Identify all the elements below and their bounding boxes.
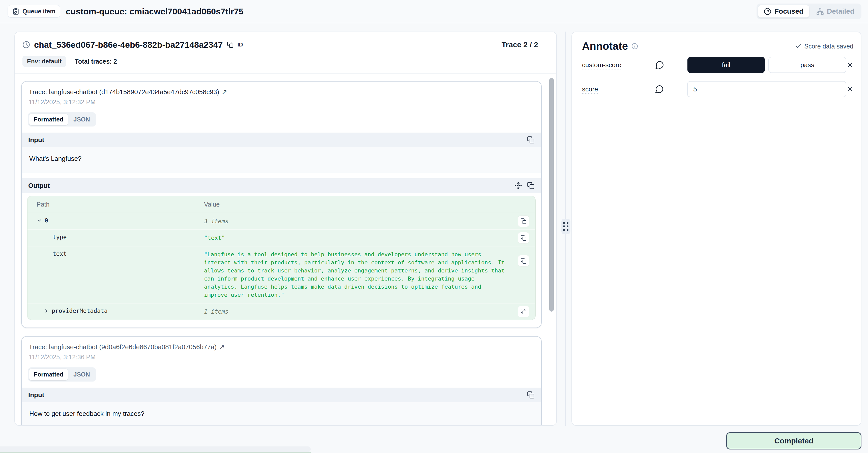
output-label: Output — [28, 182, 50, 190]
focused-view-button[interactable]: Focused — [758, 5, 809, 18]
column-header-path: Path — [28, 201, 204, 208]
tab-formatted[interactable]: Formatted — [29, 369, 68, 380]
traces-scroll-area[interactable]: Trace: langfuse-chatbot (d174b1589072e43… — [15, 75, 545, 425]
total-traces-label: Total traces: 2 — [75, 58, 117, 65]
gauge-icon — [764, 7, 771, 15]
path-key: text — [53, 251, 67, 257]
scrollbar-thumb[interactable] — [549, 78, 554, 312]
external-link-icon: ↗ — [219, 343, 225, 351]
top-bar: Queue item custom-queue: cmiacwel70041ad… — [0, 0, 868, 23]
value-string: "Langfuse is a tool designed to help bus… — [204, 251, 535, 299]
chevron-right-icon[interactable] — [43, 308, 49, 314]
copy-row-icon[interactable] — [518, 255, 529, 267]
save-status-label: Score data saved — [804, 43, 854, 50]
trace-1-timestamp: 11/12/2025, 3:12:32 PM — [22, 96, 541, 106]
score-label: score — [582, 85, 655, 93]
copy-row-icon[interactable] — [518, 306, 529, 317]
output-json-table: Path Value 0 3 items type "text" — [27, 196, 536, 320]
detailed-view-button[interactable]: Detailed — [811, 5, 860, 18]
check-icon — [795, 43, 802, 50]
chevron-down-icon[interactable] — [37, 218, 42, 223]
copy-output-icon[interactable] — [527, 182, 535, 189]
tab-json[interactable]: JSON — [69, 114, 94, 125]
input-text: How to get user feedback in my traces? — [22, 402, 541, 426]
format-tabs: Formatted JSON — [28, 367, 96, 381]
format-tabs: Formatted JSON — [28, 112, 96, 126]
trace-2-link[interactable]: Trace: langfuse-chatbot (9d0a6f2e6de8670… — [29, 343, 217, 351]
trace-card-2: Trace: langfuse-chatbot (9d0a6f2e6de8670… — [21, 336, 542, 426]
comment-bubble-icon[interactable] — [655, 85, 687, 94]
copy-input-icon[interactable] — [527, 136, 535, 144]
tree-hierarchy-icon — [816, 7, 824, 15]
focused-view-label: Focused — [774, 7, 803, 16]
score-row-custom-score: custom-score fail pass — [582, 56, 854, 74]
trace-1-link[interactable]: Trace: langfuse-chatbot (d174b1589072e43… — [29, 88, 219, 96]
pass-option-button[interactable]: pass — [768, 57, 846, 73]
input-text: What's Langfuse? — [22, 147, 541, 173]
annotate-title: Annotate — [582, 40, 628, 52]
input-label: Input — [28, 391, 44, 399]
input-section-header: Input — [22, 133, 541, 147]
delete-score-icon[interactable] — [846, 61, 854, 69]
value-items: 1 items — [204, 308, 535, 316]
value-items: 3 items — [204, 217, 535, 225]
path-key: providerMetadata — [52, 308, 108, 314]
input-section-header: Input — [22, 388, 541, 402]
fail-option-button[interactable]: fail — [687, 57, 765, 73]
copy-input-icon[interactable] — [527, 391, 535, 399]
view-mode-toggle: Focused Detailed — [756, 3, 862, 19]
annotate-panel: Annotate Score data saved custom-score f… — [571, 32, 862, 426]
detailed-view-label: Detailed — [827, 7, 855, 16]
column-header-value: Value — [204, 201, 535, 208]
id-label: ID — [238, 41, 243, 48]
score-label: custom-score — [582, 61, 655, 69]
input-label: Input — [28, 136, 44, 144]
copy-id-icon[interactable] — [227, 41, 234, 48]
env-badge: Env: default — [23, 56, 66, 67]
completed-button[interactable]: Completed — [726, 432, 862, 450]
comment-bubble-icon[interactable] — [655, 60, 687, 69]
trace-card-1: Trace: langfuse-chatbot (d174b1589072e43… — [21, 81, 542, 328]
tab-json[interactable]: JSON — [69, 369, 94, 380]
page-title: custom-queue: cmiacwel70041ad060s7tlr75 — [66, 6, 244, 17]
queue-item-badge-label: Queue item — [23, 8, 56, 15]
left-panel-scrollbar[interactable] — [549, 77, 554, 424]
table-row: text "Langfuse is a tool designed to hel… — [28, 247, 535, 304]
table-row: type "text" — [28, 230, 535, 247]
queue-item-panel: chat_536ed067-b86e-4eb6-882b-ba27148a234… — [14, 32, 557, 426]
table-row: providerMetadata 1 items — [28, 304, 535, 320]
path-key: 0 — [44, 217, 48, 224]
copy-row-icon[interactable] — [518, 232, 529, 244]
path-key: type — [53, 234, 67, 240]
score-row-score: score — [582, 81, 854, 98]
item-title: chat_536ed067-b86e-4eb6-882b-ba27148a234… — [34, 40, 223, 50]
delete-score-icon[interactable] — [846, 85, 854, 93]
clipboard-pen-icon — [12, 8, 20, 15]
expand-vertical-icon[interactable] — [515, 182, 522, 189]
save-status: Score data saved — [795, 43, 854, 50]
trace-2-timestamp: 11/12/2025, 3:12:36 PM — [22, 351, 541, 361]
resize-grip-handle[interactable] — [561, 219, 570, 234]
horizontal-scrollbar[interactable] — [0, 447, 311, 452]
table-row: 0 3 items — [28, 213, 535, 230]
copy-row-icon[interactable] — [518, 216, 529, 227]
score-input[interactable] — [687, 81, 846, 97]
clock-icon — [23, 41, 30, 49]
tab-formatted[interactable]: Formatted — [29, 114, 68, 125]
value-string: "text" — [204, 234, 535, 242]
trace-counter: Trace 2 / 2 — [502, 40, 538, 49]
info-icon — [631, 43, 638, 50]
queue-item-badge: Queue item — [7, 5, 60, 18]
external-link-icon: ↗ — [222, 88, 227, 96]
item-header: chat_536ed067-b86e-4eb6-882b-ba27148a234… — [15, 32, 556, 74]
output-section-header: Output — [22, 178, 541, 193]
